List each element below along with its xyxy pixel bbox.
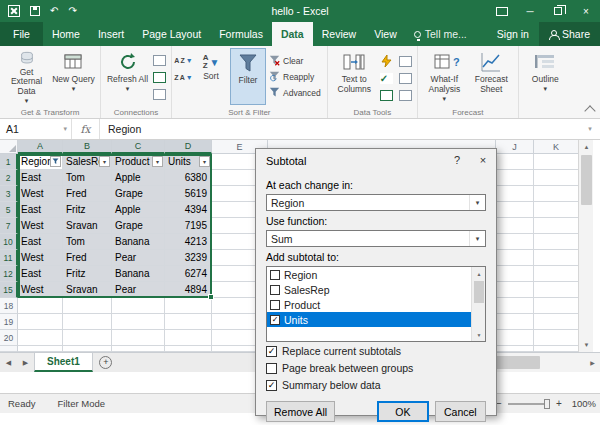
- connections-button[interactable]: [151, 53, 168, 67]
- cell[interactable]: [534, 298, 578, 314]
- column-header-j[interactable]: J: [496, 140, 534, 154]
- cell[interactable]: West: [18, 282, 63, 298]
- zoom-in-button[interactable]: +: [555, 398, 563, 409]
- consolidate-button[interactable]: [397, 71, 414, 85]
- cell[interactable]: Tom: [63, 234, 112, 250]
- cell[interactable]: [112, 314, 165, 330]
- dialog-help-button[interactable]: ?: [444, 149, 470, 171]
- list-item[interactable]: Region: [267, 267, 471, 282]
- insert-function-button[interactable]: fx: [72, 119, 100, 139]
- tab-review[interactable]: Review: [313, 22, 365, 46]
- cell[interactable]: [112, 330, 165, 346]
- new-query-button[interactable]: New Query ▾: [50, 48, 97, 105]
- collapse-ribbon-button[interactable]: [584, 105, 595, 116]
- checkbox[interactable]: [270, 270, 280, 280]
- zoom-slider-thumb[interactable]: [544, 399, 550, 409]
- name-box[interactable]: A1 ▾: [0, 119, 72, 139]
- dialog-close-button[interactable]: ×: [470, 149, 496, 171]
- cell[interactable]: 6380: [165, 170, 212, 186]
- cancel-button[interactable]: Cancel: [435, 401, 486, 422]
- scroll-down-button[interactable]: ▼: [579, 338, 594, 352]
- cell[interactable]: [165, 330, 212, 346]
- checkbox[interactable]: ✓: [266, 346, 277, 357]
- refresh-all-button[interactable]: Refresh All ▾: [104, 48, 151, 105]
- row-header[interactable]: 12: [0, 266, 18, 282]
- cell[interactable]: [63, 330, 112, 346]
- scroll-up-button[interactable]: ▲: [472, 267, 486, 280]
- redo-button[interactable]: ↷: [68, 6, 76, 16]
- text-to-columns-button[interactable]: Text to Columns: [331, 48, 378, 105]
- cell[interactable]: West: [18, 186, 63, 202]
- tab-view[interactable]: View: [365, 22, 406, 46]
- what-if-analysis-button[interactable]: ? What-If Analysis ▾: [421, 48, 468, 105]
- row-header[interactable]: 20: [0, 330, 18, 346]
- cell[interactable]: Sravan: [63, 282, 112, 298]
- cell[interactable]: [534, 266, 578, 282]
- close-button[interactable]: ×: [572, 0, 600, 22]
- cell[interactable]: 4394: [165, 202, 212, 218]
- cell[interactable]: Apple: [112, 202, 165, 218]
- manage-data-model-button[interactable]: [397, 88, 414, 102]
- tell-me-box[interactable]: Tell me...: [406, 22, 475, 46]
- cell[interactable]: West: [18, 250, 63, 266]
- row-header[interactable]: 1: [0, 154, 18, 170]
- cell[interactable]: [496, 218, 534, 234]
- sort-descending-button[interactable]: ZA▼: [175, 70, 192, 84]
- cell[interactable]: 7195: [165, 218, 212, 234]
- cell[interactable]: 5619: [165, 186, 212, 202]
- list-scrollbar[interactable]: ▲ ▼: [471, 267, 485, 341]
- cell[interactable]: [496, 314, 534, 330]
- save-button[interactable]: [30, 6, 40, 16]
- formula-bar-expand-button[interactable]: ▾: [580, 119, 600, 139]
- cell[interactable]: 6274: [165, 266, 212, 282]
- properties-button[interactable]: [151, 70, 168, 84]
- scroll-right-button[interactable]: ▶: [585, 359, 600, 366]
- cell[interactable]: [18, 330, 63, 346]
- list-item[interactable]: ✓Units: [267, 312, 471, 327]
- cell[interactable]: [534, 250, 578, 266]
- select-all-corner[interactable]: [0, 140, 18, 154]
- cell[interactable]: 3239: [165, 250, 212, 266]
- row-header[interactable]: 7: [0, 218, 18, 234]
- relationships-button[interactable]: [378, 88, 395, 102]
- filter-dropdown-button[interactable]: ▾: [152, 156, 163, 167]
- checkbox[interactable]: ✓: [266, 380, 277, 391]
- cell[interactable]: [534, 330, 578, 346]
- minimize-button[interactable]: ─: [516, 0, 544, 22]
- cell[interactable]: Sravan: [63, 218, 112, 234]
- function-select[interactable]: Sum ▾: [266, 230, 486, 247]
- page-break-option[interactable]: Page break between groups: [266, 360, 486, 376]
- share-button[interactable]: Share: [539, 22, 600, 46]
- cell[interactable]: [496, 282, 534, 298]
- column-header-k[interactable]: K: [534, 140, 578, 154]
- scroll-down-button[interactable]: ▼: [472, 328, 486, 341]
- edit-links-button[interactable]: [151, 87, 168, 101]
- cell[interactable]: Product ▾: [112, 154, 165, 170]
- cell[interactable]: [534, 154, 578, 170]
- cell[interactable]: [496, 186, 534, 202]
- cell[interactable]: Tom: [63, 170, 112, 186]
- cell[interactable]: [18, 298, 63, 314]
- zoom-slider[interactable]: [508, 403, 550, 405]
- checkbox[interactable]: [266, 363, 277, 374]
- cell[interactable]: Fred: [63, 186, 112, 202]
- remove-duplicates-button[interactable]: [397, 54, 414, 68]
- outline-button[interactable]: Outline ▾: [522, 48, 569, 105]
- cell[interactable]: [496, 202, 534, 218]
- scroll-up-button[interactable]: ▲: [579, 140, 594, 154]
- cell[interactable]: SalesRep ▾: [63, 154, 112, 170]
- forecast-sheet-button[interactable]: Forecast Sheet: [468, 48, 515, 105]
- cell[interactable]: East: [18, 266, 63, 282]
- tab-formulas[interactable]: Formulas: [210, 22, 272, 46]
- cell[interactable]: Grape: [112, 218, 165, 234]
- cell[interactable]: Apple: [112, 170, 165, 186]
- summary-below-option[interactable]: ✓ Summary below data: [266, 377, 486, 393]
- cell[interactable]: [18, 314, 63, 330]
- ribbon-display-options-button[interactable]: [488, 0, 516, 22]
- cell[interactable]: West: [18, 218, 63, 234]
- cell[interactable]: Fred: [63, 250, 112, 266]
- formula-input[interactable]: Region: [100, 119, 580, 139]
- cell[interactable]: [165, 298, 212, 314]
- row-header[interactable]: 2: [0, 170, 18, 186]
- row-header[interactable]: 5: [0, 202, 18, 218]
